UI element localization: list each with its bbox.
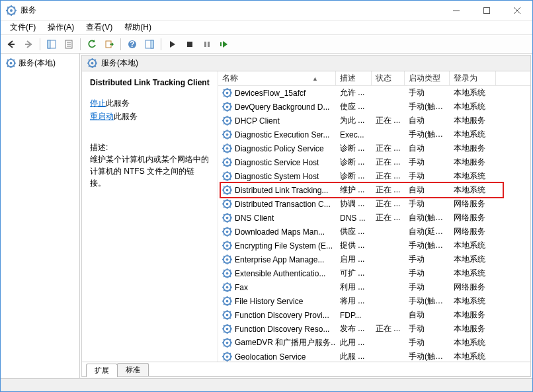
service-status: 正在 ... <box>372 157 405 168</box>
pause-service-button[interactable] <box>199 37 215 52</box>
service-startup: 手动(触发... <box>405 101 450 112</box>
tab-standard[interactable]: 标准 <box>117 363 149 376</box>
col-status[interactable]: 状态 <box>372 71 405 85</box>
restart-service-button[interactable] <box>216 37 232 52</box>
col-logon[interactable]: 登录为 <box>450 71 496 85</box>
maximize-button[interactable] <box>472 1 502 20</box>
statusbar <box>1 378 532 391</box>
list-body[interactable]: DevicesFlow_15afcf允许 ...手动本地系统DevQuery B… <box>218 86 530 362</box>
tab-extended[interactable]: 扩展 <box>86 364 118 377</box>
properties-button[interactable] <box>61 37 77 52</box>
stop-link[interactable]: 停止 <box>90 98 106 108</box>
pane-header-title: 服务(本地) <box>101 58 138 69</box>
service-row[interactable]: Downloaded Maps Man...供应 ...自动(延迟...网络服务 <box>218 225 530 239</box>
service-row[interactable]: DevQuery Background D...使应 ...手动(触发...本地… <box>218 100 530 114</box>
service-row[interactable]: Distributed Transaction C...协调 ...正在 ...… <box>218 197 530 211</box>
service-row[interactable]: DevicesFlow_15afcf允许 ...手动本地系统 <box>218 86 530 100</box>
service-desc: 维护 ... <box>336 184 372 196</box>
service-name: Downloaded Maps Man... <box>235 227 325 237</box>
service-row[interactable]: GameDVR 和广播用户服务...此用 ...手动本地系统 <box>218 336 530 350</box>
service-logon: 网络服务 <box>450 226 496 237</box>
service-startup: 手动(触发... <box>405 240 450 251</box>
menu-file[interactable]: 文件(F) <box>5 20 41 34</box>
col-desc[interactable]: 描述 <box>336 71 372 85</box>
service-desc: 可扩 ... <box>336 268 372 279</box>
service-row[interactable]: File History Service将用 ...手动(触发...本地系统 <box>218 294 530 308</box>
col-name[interactable]: 名称▲ <box>218 71 336 85</box>
start-service-button[interactable] <box>165 37 181 52</box>
restart-link[interactable]: 重启动 <box>90 112 114 121</box>
menu-view[interactable]: 查看(V) <box>81 20 118 34</box>
service-status: 正在 ... <box>372 143 405 154</box>
service-desc: 此用 ... <box>336 337 372 348</box>
service-desc: 将用 ... <box>336 295 372 307</box>
service-row[interactable]: Diagnostic System Host诊断 ...正在 ...手动本地系统 <box>218 169 530 183</box>
service-logon: 本地服务 <box>450 115 496 126</box>
tree-root-services[interactable]: 服务(本地) <box>3 56 77 70</box>
service-row[interactable]: Diagnostic Service Host诊断 ...正在 ...手动本地服… <box>218 155 530 169</box>
content-pane: 服务(本地) Distributed Link Tracking Client … <box>81 55 531 377</box>
service-row[interactable]: DHCP Client为此 ...正在 ...自动本地服务 <box>218 114 530 128</box>
refresh-button[interactable] <box>84 37 100 52</box>
service-row[interactable]: Fax利用 ...手动网络服务 <box>218 280 530 294</box>
service-status: 正在 ... <box>372 323 405 334</box>
service-name: Diagnostic Policy Service <box>235 144 324 153</box>
col-startup[interactable]: 启动类型 <box>405 71 450 85</box>
service-startup: 手动 <box>405 157 450 168</box>
tree-root-label: 服务(本地) <box>19 58 56 69</box>
help-button[interactable]: ? <box>124 37 140 52</box>
service-status: 正在 ... <box>372 198 405 210</box>
service-logon: 本地系统 <box>450 184 496 196</box>
service-logon: 本地系统 <box>450 337 496 348</box>
nav-forward-button[interactable] <box>20 37 36 52</box>
service-name: Diagnostic System Host <box>235 172 319 181</box>
service-row[interactable]: Extensible Authenticatio...可扩 ...手动本地系统 <box>218 266 530 280</box>
service-icon <box>222 255 232 264</box>
service-startup: 自动(延迟... <box>405 226 450 237</box>
service-logon: 本地系统 <box>450 129 496 140</box>
service-startup: 手动 <box>405 171 450 182</box>
service-name: DevicesFlow_15afcf <box>235 89 306 98</box>
service-desc: 此服 ... <box>336 351 372 362</box>
service-name: Function Discovery Reso... <box>235 325 329 334</box>
service-row[interactable]: Diagnostic Execution Ser...Exec...手动(触发.… <box>218 128 530 141</box>
svg-text:?: ? <box>130 40 134 49</box>
export-button[interactable] <box>101 37 117 52</box>
svg-rect-14 <box>8 44 15 45</box>
service-name: DevQuery Background D... <box>235 102 329 112</box>
service-logon: 本地系统 <box>450 101 496 112</box>
service-startup: 手动 <box>405 268 450 279</box>
show-hide-tree-button[interactable] <box>44 37 60 52</box>
service-startup: 手动 <box>405 337 450 348</box>
service-desc: Exec... <box>336 130 372 139</box>
service-desc: 诊断 ... <box>336 171 372 182</box>
service-icon <box>222 227 232 237</box>
nav-back-button[interactable] <box>3 37 19 52</box>
service-row[interactable]: Diagnostic Policy Service诊断 ...正在 ...自动本… <box>218 141 530 155</box>
service-row[interactable]: Geolocation Service此服 ...手动(触发...本地系统 <box>218 350 530 362</box>
menu-help[interactable]: 帮助(H) <box>119 20 157 34</box>
service-startup: 自动 <box>405 143 450 154</box>
service-icon <box>222 102 232 112</box>
minimize-button[interactable] <box>441 1 472 20</box>
show-hide-action-button[interactable] <box>142 37 157 52</box>
service-name: Geolocation Service <box>235 352 306 362</box>
service-row[interactable]: Function Discovery Reso...发布 ...正在 ...手动… <box>218 322 530 336</box>
service-icon <box>222 282 232 292</box>
service-icon <box>222 268 232 278</box>
menu-action[interactable]: 操作(A) <box>42 20 79 34</box>
service-desc: 发布 ... <box>336 323 372 334</box>
service-row[interactable]: Enterprise App Manage...启用 ...手动本地系统 <box>218 253 530 266</box>
service-name: Function Discovery Provi... <box>235 311 329 320</box>
service-name: Extensible Authenticatio... <box>235 269 325 278</box>
service-row[interactable]: DNS ClientDNS ...正在 ...自动(触发...网络服务 <box>218 211 530 225</box>
stop-service-button[interactable] <box>182 37 198 52</box>
service-row[interactable]: Function Discovery Provi...FDP...自动本地服务 <box>218 308 530 322</box>
svg-rect-28 <box>204 42 206 47</box>
service-startup: 手动 <box>405 282 450 293</box>
service-row[interactable]: Distributed Link Tracking...维护 ...正在 ...… <box>218 183 530 197</box>
service-desc: 诊断 ... <box>336 157 372 168</box>
service-row[interactable]: Encrypting File System (E...提供 ...手动(触发.… <box>218 239 530 253</box>
service-startup: 手动(触发... <box>405 295 450 307</box>
close-button[interactable] <box>502 1 532 20</box>
